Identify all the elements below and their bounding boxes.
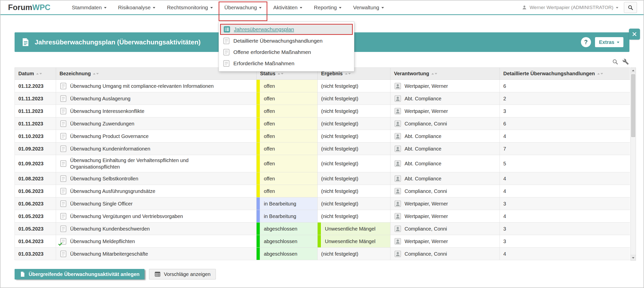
sort-icons[interactable] bbox=[93, 73, 99, 75]
status-label: offen bbox=[260, 142, 317, 155]
status-color-bar bbox=[257, 130, 260, 142]
activity-form-icon bbox=[60, 160, 67, 167]
result-label: (nicht festgelegt) bbox=[321, 108, 358, 114]
sort-icons[interactable] bbox=[431, 73, 437, 75]
cell-bezeichnung: Überwachung Interessenkonflikte bbox=[56, 105, 257, 117]
activity-form-icon bbox=[60, 145, 67, 153]
sort-asc-icon bbox=[597, 73, 600, 75]
activity-form-icon-checked bbox=[60, 238, 67, 245]
cell-datum: 01.11.2023 bbox=[15, 92, 56, 105]
table-row[interactable]: 01.09.2023Überwachung Einhaltung der Ver… bbox=[15, 155, 630, 172]
status-label: offen bbox=[260, 105, 317, 117]
cell-ergebnis: Unwesentliche Mängel bbox=[318, 235, 390, 248]
status-color-bar bbox=[257, 248, 260, 260]
extras-button[interactable]: Extras bbox=[595, 37, 623, 47]
activity-title: Überwachung Umgang mit compliance-releva… bbox=[70, 83, 214, 89]
table-scrollbar[interactable] bbox=[630, 67, 636, 261]
activity-form-icon bbox=[60, 200, 67, 207]
column-label: Bezeichnung bbox=[60, 71, 91, 77]
brand-logo[interactable]: ForumWPC bbox=[8, 3, 51, 12]
column-header-datum[interactable]: Datum bbox=[15, 68, 56, 80]
table-row[interactable]: 01.06.2023Überwachung Ausführungsgrundsä… bbox=[15, 185, 630, 197]
sort-icons[interactable] bbox=[345, 73, 351, 75]
nav-item-überwachung[interactable]: ÜberwachungJahresüberwachungsplanDetaill… bbox=[219, 1, 268, 14]
cell-ergebnis: (nicht festgelegt) bbox=[318, 248, 390, 260]
table-settings-wrench-icon[interactable] bbox=[622, 58, 629, 65]
show-suggestions-button[interactable]: Vorschläge anzeigen bbox=[149, 269, 216, 279]
column-header-verantwortung[interactable]: Verantwortung bbox=[390, 68, 500, 80]
cell-verantwortung: Compliance, Conni bbox=[390, 248, 500, 260]
nav-item-label: Aktivitäten bbox=[273, 5, 298, 11]
cell-ergebnis: (nicht festgelegt) bbox=[318, 155, 390, 172]
activity-form-icon bbox=[60, 212, 67, 220]
menu-item-offene-erforderliche-maßnahmen[interactable]: Offene erforderliche Maßnahmen bbox=[219, 46, 354, 58]
nav-item-verwaltung[interactable]: Verwaltung bbox=[347, 1, 390, 14]
person-icon bbox=[394, 200, 402, 207]
cell-ergebnis: (nicht festgelegt) bbox=[318, 105, 390, 117]
cell-verantwortung: Abt. Compliance bbox=[390, 155, 500, 172]
status-label: abgeschlossen bbox=[260, 235, 317, 247]
responsible-name: Wertpapier, Werner bbox=[405, 238, 448, 245]
table-container: DatumBezeichnungStatusErgebnisVerantwort… bbox=[15, 67, 630, 261]
sort-icons[interactable] bbox=[597, 73, 603, 75]
table-row[interactable]: 01.08.2023Überwachung Selbstkontrollenof… bbox=[15, 172, 630, 185]
suggestions-label: Vorschläge anzeigen bbox=[164, 271, 211, 277]
activity-form-icon bbox=[60, 120, 67, 127]
table-search-icon[interactable] bbox=[612, 58, 618, 65]
cell-verantwortung: Compliance, Conni bbox=[390, 185, 500, 197]
cell-verantwortung: Abt. Compliance bbox=[390, 92, 500, 105]
menu-item-erforderliche-maßnahmen[interactable]: Erforderliche Maßnahmen bbox=[219, 58, 354, 69]
table-row[interactable]: 01.03.2023Überwachung Mitarbeitergeschäf… bbox=[15, 248, 630, 260]
nav-item-label: Rechtsmonitoring bbox=[167, 5, 208, 11]
column-header-detaillierte-überwachungshandlungen[interactable]: Detaillierte Überwachungshandlungen bbox=[500, 68, 630, 80]
search-icon bbox=[627, 5, 633, 11]
menu-item-detaillierte-überwachungshandlungen[interactable]: Detaillierte Überwachungshandlungen bbox=[219, 35, 354, 46]
cell-detail-count: 3 bbox=[500, 197, 630, 210]
cell-ergebnis: (nicht festgelegt) bbox=[318, 210, 390, 223]
responsible-name: Wertpapier, Werner bbox=[405, 108, 448, 114]
nav-item-stammdaten[interactable]: Stammdaten bbox=[66, 1, 112, 14]
status-label: offen bbox=[260, 92, 317, 105]
status-color-bar bbox=[257, 235, 260, 247]
help-button[interactable]: ? bbox=[581, 37, 591, 47]
cell-status: offen bbox=[257, 142, 318, 155]
table-row[interactable]: 01.11.2023Überwachung Zuwendungenoffen(n… bbox=[15, 117, 630, 130]
table-row[interactable]: 01.06.2023Überwachung Single Officerin B… bbox=[15, 197, 630, 210]
table-row[interactable]: 01.12.2023Überwachung Umgang mit complia… bbox=[15, 80, 630, 92]
sort-icons[interactable] bbox=[36, 73, 42, 75]
result-label: (nicht festgelegt) bbox=[321, 121, 358, 126]
activity-form-icon bbox=[60, 225, 67, 233]
person-icon bbox=[394, 160, 402, 167]
table-row[interactable]: 01.04.2023Überwachung Meldepflichtenabge… bbox=[15, 235, 630, 248]
nav-item-risikoanalyse[interactable]: Risikoanalyse bbox=[112, 1, 161, 14]
table-row[interactable]: 01.09.2023Überwachung Kundeninformatione… bbox=[15, 142, 630, 155]
scroll-up-button[interactable] bbox=[631, 68, 636, 73]
cell-status: offen bbox=[257, 80, 318, 92]
cell-bezeichnung: Überwachung Umgang mit compliance-releva… bbox=[56, 80, 257, 92]
table-row[interactable]: 01.10.2023Überwachung Product Governance… bbox=[15, 130, 630, 142]
status-color-bar bbox=[257, 142, 260, 155]
scrollbar-thumb[interactable] bbox=[631, 74, 635, 137]
cell-verantwortung: Wertpapier, Werner bbox=[390, 197, 500, 210]
table-row[interactable]: 01.11.2023Überwachung Interessenkonflikt… bbox=[15, 105, 630, 117]
nav-item-aktivitäten[interactable]: Aktivitäten bbox=[267, 1, 308, 14]
result-label: (nicht festgelegt) bbox=[321, 161, 358, 166]
menu-item-jahresüberwachungsplan[interactable]: Jahresüberwachungsplan bbox=[220, 24, 353, 35]
chevron-down-icon bbox=[339, 7, 341, 9]
sort-icons[interactable] bbox=[278, 73, 283, 75]
scroll-down-button[interactable] bbox=[631, 255, 636, 260]
person-icon bbox=[394, 238, 402, 245]
nav-item-reporting[interactable]: Reporting bbox=[308, 1, 347, 14]
table-row[interactable]: 01.05.2023Überwachung Kundenbeschwerdena… bbox=[15, 223, 630, 235]
close-button[interactable] bbox=[629, 29, 640, 40]
search-button[interactable] bbox=[624, 2, 637, 13]
cell-status: in Bearbeitung bbox=[257, 210, 318, 223]
nav-item-rechtsmonitoring[interactable]: Rechtsmonitoring bbox=[161, 1, 218, 14]
table-row[interactable]: 01.11.2023Überwachung Auslagerungoffen(n… bbox=[15, 92, 630, 105]
create-activity-button[interactable]: Übergreifende Überwachungsaktivität anle… bbox=[15, 269, 144, 279]
person-icon bbox=[394, 95, 402, 102]
table-row[interactable]: 01.05.2023Überwachung Vergütungen und Ve… bbox=[15, 210, 630, 223]
responsible-name: Compliance, Conni bbox=[405, 226, 447, 232]
person-icon bbox=[394, 187, 402, 195]
user-menu[interactable]: Werner Wertpapier (ADMINISTRATOR) bbox=[522, 5, 618, 10]
